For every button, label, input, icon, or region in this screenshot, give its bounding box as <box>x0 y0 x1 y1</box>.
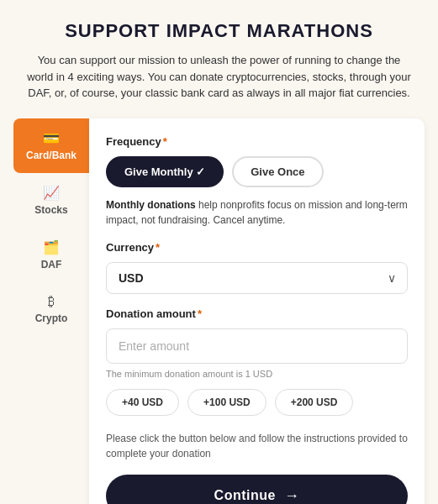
quick-amount-40[interactable]: +40 USD <box>106 389 179 416</box>
amount-input[interactable] <box>106 328 408 364</box>
continue-label: Continue <box>214 488 276 503</box>
daf-icon: 🗂️ <box>43 239 60 255</box>
sidebar-item-daf[interactable]: 🗂️ DAF <box>13 228 89 282</box>
content-panel: Frequency* Give Monthly ✓ Give Once Mont… <box>89 118 425 505</box>
sidebar: 💳 Card/Bank 📈 Stocks 🗂️ DAF ₿ Crypto <box>13 118 89 505</box>
page-subtitle: You can support our mission to unleash t… <box>26 52 413 102</box>
arrow-right-icon: → <box>284 487 300 505</box>
quick-amount-200[interactable]: +200 USD <box>275 389 354 416</box>
currency-label: Currency* <box>106 241 408 254</box>
frequency-buttons: Give Monthly ✓ Give Once <box>106 156 408 187</box>
main-layout: 💳 Card/Bank 📈 Stocks 🗂️ DAF ₿ Crypto Fre… <box>13 118 425 505</box>
card-bank-icon: 💳 <box>43 130 60 146</box>
donation-amount-section: Donation amount* The minimum donation am… <box>106 307 408 416</box>
frequency-section: Frequency* Give Monthly ✓ Give Once Mont… <box>106 135 408 228</box>
monthly-note-bold: Monthly donations <box>106 199 196 211</box>
sidebar-item-stocks-label: Stocks <box>34 204 67 216</box>
currency-select[interactable]: USD EUR GBP CAD <box>106 262 408 294</box>
donation-amount-label: Donation amount* <box>106 307 408 320</box>
crypto-icon: ₿ <box>48 294 55 309</box>
sidebar-item-crypto[interactable]: ₿ Crypto <box>13 282 89 336</box>
quick-amounts: +40 USD +100 USD +200 USD <box>106 389 408 416</box>
page-title: SUPPORT IMPACT MARATHONS <box>65 20 373 42</box>
currency-select-wrapper: USD EUR GBP CAD ∨ <box>106 262 408 294</box>
sidebar-item-card-bank[interactable]: 💳 Card/Bank <box>13 118 89 173</box>
currency-required: * <box>156 241 160 254</box>
currency-section: Currency* USD EUR GBP CAD ∨ <box>106 241 408 294</box>
min-note: The minimum donation amount is 1 USD <box>106 369 408 379</box>
quick-amount-100[interactable]: +100 USD <box>187 389 266 416</box>
continue-button[interactable]: Continue → <box>106 475 408 505</box>
sidebar-item-daf-label: DAF <box>41 259 62 270</box>
sidebar-item-stocks[interactable]: 📈 Stocks <box>13 173 89 228</box>
sidebar-item-crypto-label: Crypto <box>35 312 68 324</box>
frequency-label: Frequency* <box>106 135 408 148</box>
sidebar-item-card-bank-label: Card/Bank <box>26 150 77 161</box>
instruction-note: Please click the button below and follow… <box>106 431 408 461</box>
give-once-button[interactable]: Give Once <box>232 156 323 187</box>
frequency-required: * <box>163 135 167 148</box>
stocks-icon: 📈 <box>43 185 60 201</box>
monthly-note: Monthly donations help nonprofits focus … <box>106 197 408 228</box>
give-monthly-button[interactable]: Give Monthly ✓ <box>106 156 224 187</box>
donation-amount-required: * <box>198 307 202 320</box>
